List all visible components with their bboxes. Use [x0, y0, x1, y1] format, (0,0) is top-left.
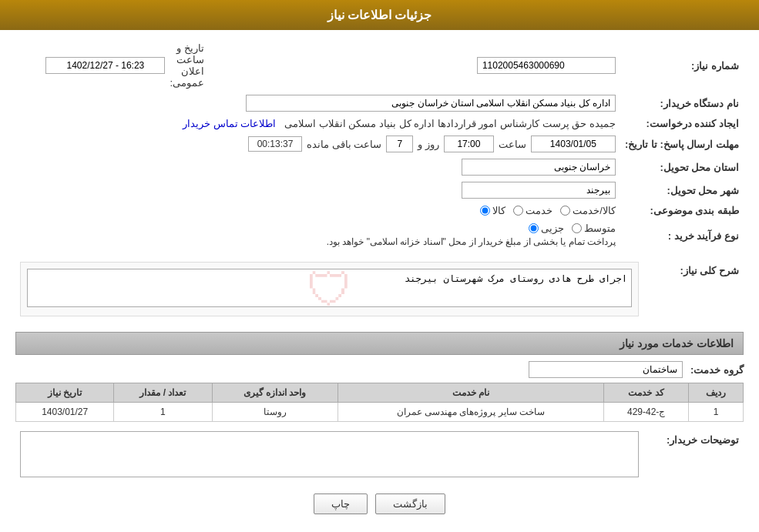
creator-row: ایجاد کننده درخواست: جمیده حق پرست کارشن…	[15, 115, 744, 132]
buttons-row: بازگشت چاپ	[15, 494, 744, 514]
services-table-body: 1ج-42-429ساخت سایر پروژه‌های مهندسی عمرا…	[16, 403, 744, 422]
proc-type-label: نوع فرآیند خرید :	[620, 219, 744, 253]
org-row: نام دستگاه خریدار:	[15, 92, 744, 115]
creator-label: ایجاد کننده درخواست:	[620, 115, 744, 132]
proc-type-row: نوع فرآیند خرید : متوسط جزیی پرداخت تمام…	[15, 219, 744, 253]
deadline-remaining-value: 00:13:37	[248, 136, 302, 152]
category-kala-label: کالا	[492, 205, 505, 216]
proc-motevaset-item: متوسط	[572, 223, 616, 234]
need-number-row: شماره نیاز: تاریخ و ساعت اعلان عمومی:	[15, 39, 744, 92]
col-unit: واحد اندازه گیری	[212, 383, 338, 403]
content-area: شماره نیاز: تاریخ و ساعت اعلان عمومی: نا…	[0, 30, 759, 532]
creator-value: جمیده حق پرست کارشناس امور قراردادها ادا…	[284, 118, 616, 129]
category-kala-radio[interactable]	[480, 206, 490, 216]
col-date: تاریخ نیاز	[16, 383, 114, 403]
category-label: طبقه بندی موضوعی:	[620, 202, 744, 219]
proc-jozee-radio[interactable]	[529, 223, 539, 233]
page-header: جزئیات اطلاعات نیاز	[0, 0, 759, 30]
city-label: شهر محل تحویل:	[620, 179, 744, 202]
back-button[interactable]: بازگشت	[375, 494, 445, 514]
city-input[interactable]	[462, 182, 616, 199]
category-khedmat-label: خدمت	[526, 205, 552, 216]
need-number-input[interactable]	[477, 57, 616, 74]
service-group-row: گروه خدمت:	[15, 361, 744, 378]
services-table-header-row: ردیف کد خدمت نام خدمت واحد اندازه گیری ت…	[16, 383, 744, 403]
info-table: شماره نیاز: تاریخ و ساعت اعلان عمومی: نا…	[15, 39, 744, 253]
category-kala-khedmat-item: کالا/خدمت	[560, 205, 616, 216]
services-table: ردیف کد خدمت نام خدمت واحد اندازه گیری ت…	[15, 383, 744, 422]
deadline-days-input[interactable]	[386, 136, 413, 152]
service-group-input[interactable]	[529, 361, 683, 378]
category-kala-item: کالا	[480, 205, 505, 216]
col-name: نام خدمت	[338, 383, 604, 403]
service-group-label: گروه خدمت:	[690, 364, 744, 376]
deadline-days-label: روز و	[418, 139, 439, 150]
proc-jozee-label: جزیی	[541, 223, 564, 234]
deadline-row: مهلت ارسال پاسخ: تا تاریخ: ساعت روز و سا…	[15, 132, 744, 156]
col-count: تعداد / مقدار	[114, 383, 212, 403]
contact-link[interactable]: اطلاعات تماس خریدار	[183, 118, 276, 129]
proc-type-radio-group: متوسط جزیی	[20, 223, 616, 234]
province-label: استان محل تحویل:	[620, 156, 744, 179]
city-row: شهر محل تحویل:	[15, 179, 744, 202]
col-code: کد خدمت	[604, 383, 689, 403]
category-kala-khedmat-label: کالا/خدمت	[573, 205, 616, 216]
col-row: ردیف	[688, 383, 743, 403]
category-row: طبقه بندی موضوعی: کالا/خدمت خدمت کالا	[15, 202, 744, 219]
table-row: 1ج-42-429ساخت سایر پروژه‌های مهندسی عمرا…	[16, 403, 744, 422]
deadline-time-input[interactable]	[444, 136, 494, 152]
category-khedmat-item: خدمت	[513, 205, 552, 216]
print-button[interactable]: چاپ	[314, 494, 368, 514]
buyer-notes-row: توضیحات خریدار:	[15, 428, 744, 483]
announce-input[interactable]	[45, 57, 165, 74]
services-section-header: اطلاعات خدمات مورد نیاز	[15, 332, 744, 355]
page-title: جزئیات اطلاعات نیاز	[327, 8, 432, 22]
proc-motevaset-radio[interactable]	[572, 223, 582, 233]
deadline-remaining-label: ساعت باقی مانده	[307, 139, 381, 150]
deadline-date-input[interactable]	[531, 136, 616, 152]
category-khedmat-radio[interactable]	[513, 206, 523, 216]
proc-note: پرداخت تمام یا بخشی از مبلغ خریدار از مح…	[20, 234, 616, 249]
need-number-value	[209, 39, 620, 92]
org-input[interactable]	[246, 95, 616, 112]
description-table: شرح کلی نیاز: 🛡	[15, 259, 744, 324]
buyer-notes-textarea[interactable]	[20, 431, 639, 477]
need-number-label: شماره نیاز:	[620, 39, 744, 92]
category-kala-khedmat-radio[interactable]	[560, 206, 570, 216]
description-watermark-area: 🛡	[20, 262, 639, 316]
announce-label: تاریخ و ساعت اعلان عمومی:	[170, 42, 204, 89]
proc-jozee-item: جزیی	[529, 223, 564, 234]
page-container: جزئیات اطلاعات نیاز شماره نیاز: تاریخ و …	[0, 0, 759, 532]
services-table-head: ردیف کد خدمت نام خدمت واحد اندازه گیری ت…	[16, 383, 744, 403]
category-radio-group: کالا/خدمت خدمت کالا	[20, 205, 616, 216]
description-label: شرح کلی نیاز:	[643, 259, 744, 324]
description-textarea[interactable]	[27, 269, 632, 307]
description-row: شرح کلی نیاز: 🛡	[15, 259, 744, 324]
deadline-label: مهلت ارسال پاسخ: تا تاریخ:	[620, 132, 744, 156]
deadline-time-label: ساعت	[499, 139, 526, 150]
province-input[interactable]	[462, 159, 616, 176]
buyer-notes-label: توضیحات خریدار:	[643, 428, 744, 483]
org-label: نام دستگاه خریدار:	[620, 92, 744, 115]
province-row: استان محل تحویل:	[15, 156, 744, 179]
buyer-notes-table: توضیحات خریدار:	[15, 428, 744, 483]
proc-motevaset-label: متوسط	[584, 223, 616, 234]
